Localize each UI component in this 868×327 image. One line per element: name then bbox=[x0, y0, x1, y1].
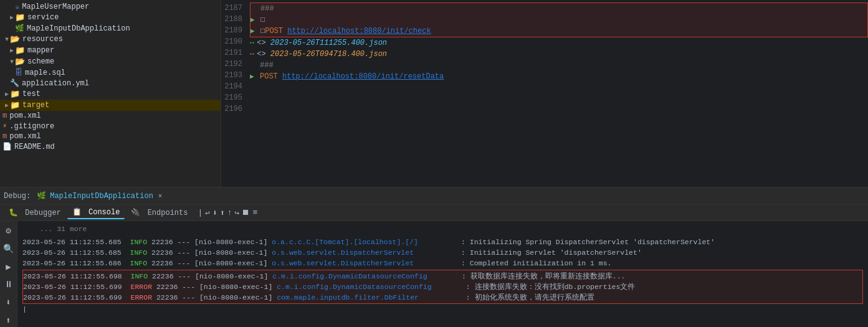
sidebar-down-icon[interactable]: ⬇ bbox=[4, 295, 12, 310]
tree-item-pom-xml-2[interactable]: m pom.xml bbox=[0, 131, 221, 141]
log-pid: 22236 --- bbox=[156, 282, 199, 292]
toolbar-step-btn[interactable]: ↑ bbox=[227, 208, 232, 217]
tree-item-label: target bbox=[22, 101, 49, 110]
tree-item-label: scheme bbox=[27, 57, 54, 66]
tree-item-maple-sql[interactable]: 🗄 maple.sql bbox=[0, 67, 221, 78]
log-class: c.m.i.config.DynamicDatasourceConfig bbox=[277, 282, 466, 292]
xml-file-icon: m bbox=[2, 132, 7, 141]
toolbar-stop-btn[interactable]: ⏹ bbox=[242, 208, 250, 217]
code-line-2189: ▶ □ bbox=[250, 14, 868, 26]
log-thread: [nio-8080-exec-1] bbox=[194, 237, 272, 247]
run-arrow-icon[interactable]: ▶ bbox=[250, 71, 257, 82]
debug-left-sidebar: ⚙ 🔍 ▶ ⏸ ⬇ ⬆ ↑ ≡ bbox=[0, 221, 17, 327]
folder-icon: 📁 bbox=[10, 100, 20, 110]
log-timestamp: 2023-05-26 11:12:55.685 bbox=[22, 237, 130, 247]
tree-item-application-yml[interactable]: 🔧 application.yml bbox=[0, 78, 221, 88]
xml-file-icon: m bbox=[2, 111, 7, 120]
log-message: : 初始化系统失败，请先进行系统配置 bbox=[466, 292, 594, 303]
log-level-error: ERROR bbox=[131, 292, 156, 303]
log-timestamp: 2023-05-26 11:12:55.699 bbox=[23, 282, 131, 292]
toolbar-restart-btn[interactable]: ↩ bbox=[205, 208, 210, 218]
toolbar-down-btn[interactable]: ⬇ bbox=[212, 208, 217, 218]
http-url[interactable]: http://localhost:8080/init/check bbox=[287, 26, 431, 37]
debugger-icon: 🐛 bbox=[9, 209, 18, 217]
toolbar-separator: | bbox=[198, 208, 203, 217]
sidebar-up-icon[interactable]: ⬆ bbox=[4, 313, 12, 327]
run-arrow-icon[interactable]: ▶ bbox=[250, 14, 258, 26]
folder-icon: 📂 bbox=[15, 57, 25, 67]
log-level-info: INFO bbox=[131, 271, 153, 282]
tree-item-pom-xml-1[interactable]: m pom.xml bbox=[0, 111, 221, 121]
line-numbers: 2187 2188 2189 2190 2191 2192 2193 2194 … bbox=[221, 2, 247, 184]
tab-console[interactable]: 📋 Console bbox=[67, 206, 125, 219]
diff-filename-orange: 2023-05-26T094718.400.json bbox=[270, 49, 387, 60]
log-thread: [nio-8080-exec-1] bbox=[199, 292, 277, 303]
sidebar-search-icon[interactable]: 🔍 bbox=[1, 242, 16, 256]
tree-item-label: .gitignore bbox=[9, 122, 54, 131]
diamond-icon: <> bbox=[257, 49, 270, 60]
console-error-line-1: 2023-05-26 11:12:55.698 INFO 22236 --- [… bbox=[23, 271, 862, 282]
sidebar-play-icon[interactable]: ▶ bbox=[4, 260, 12, 274]
tab-debugger[interactable]: 🐛 Debugger bbox=[4, 207, 66, 219]
tree-item-label: README.md bbox=[14, 143, 55, 151]
tree-item-label: resources bbox=[22, 35, 63, 44]
run-arrow-icon[interactable]: ▶ bbox=[250, 26, 258, 37]
code-line-2196: ▶ POST http://localhost:8080/init/resetD… bbox=[250, 71, 868, 82]
cursor-indicator: | bbox=[22, 304, 27, 315]
debug-close-button[interactable]: × bbox=[158, 192, 163, 200]
code-editor: 2187 2188 2189 2190 2191 2192 2193 2194 … bbox=[221, 0, 868, 187]
code-comment: ### bbox=[260, 3, 274, 14]
folder-icon: 📂 bbox=[10, 34, 20, 44]
chevron-right-icon: ▶ bbox=[10, 47, 14, 54]
tree-item-mapper[interactable]: ▶ 📁 mapper bbox=[0, 45, 221, 56]
tree-item-scheme[interactable]: ▼ 📂 scheme bbox=[0, 56, 221, 67]
log-level-error: ERROR bbox=[131, 282, 156, 292]
log-thread: [nio-8080-exec-1] bbox=[194, 247, 272, 258]
debug-toolbar: | ↩ ⬇ ⬆ ↑ ↪ ⏹ ≡ bbox=[198, 208, 257, 218]
log-message: : Completed initialization in 1 ms. bbox=[461, 258, 612, 268]
console-icon: 📋 bbox=[72, 208, 82, 217]
diff-filename: 2023-05-26T111255.400.json bbox=[270, 37, 387, 49]
http-method: POST bbox=[265, 26, 287, 37]
sidebar-pause-icon[interactable]: ⏸ bbox=[2, 278, 15, 291]
tab-endpoints[interactable]: 🔌 Endpoints bbox=[126, 207, 193, 219]
tree-item-maple-app[interactable]: 🌿 MapleInputDbApplication bbox=[0, 23, 221, 34]
tree-item-label: application.yml bbox=[22, 79, 89, 88]
console-output: ... 31 more 2023-05-26 11:12:55.685 INFO… bbox=[17, 221, 868, 327]
tree-item-target[interactable]: ▶ 📁 target bbox=[0, 100, 221, 111]
tree-item-service[interactable]: ▶ 📁 service bbox=[0, 12, 221, 23]
log-level-info: INFO bbox=[130, 258, 152, 268]
tree-item-label: maple.sql bbox=[25, 69, 65, 77]
http-method: POST bbox=[260, 71, 282, 82]
debug-panel: Debug: 🌿 MapleInputDbApplication × 🐛 Deb… bbox=[0, 187, 868, 327]
chevron-right-icon: ▶ bbox=[5, 102, 9, 109]
log-pid: 22236 --- bbox=[151, 258, 194, 268]
tree-item-gitignore[interactable]: ⚡ .gitignore bbox=[0, 121, 221, 131]
sidebar-gear-icon[interactable]: ⚙ bbox=[4, 224, 12, 238]
md-file-icon: 📄 bbox=[2, 142, 12, 151]
console-more-text: ... 31 more bbox=[22, 224, 863, 234]
log-class: o.s.web.servlet.DispatcherServlet bbox=[272, 247, 461, 258]
tree-item-readme[interactable]: 📄 README.md bbox=[0, 141, 221, 152]
console-error-line-2: 2023-05-26 11:12:55.699 ERROR 22236 --- … bbox=[23, 282, 862, 292]
console-log-line-3: 2023-05-26 11:12:55.686 INFO 22236 --- [… bbox=[22, 258, 863, 268]
yml-file-icon: 🔧 bbox=[10, 78, 19, 88]
toolbar-back-btn[interactable]: ↪ bbox=[235, 208, 240, 218]
sql-file-icon: 🗄 bbox=[15, 68, 22, 77]
toolbar-menu-btn[interactable]: ≡ bbox=[252, 208, 257, 217]
log-timestamp: 2023-05-26 11:12:55.685 bbox=[22, 247, 130, 258]
console-cursor-line: | bbox=[22, 304, 863, 315]
folder-icon: 📁 bbox=[15, 45, 25, 55]
tree-item-maple-user-mapper[interactable]: ☕ MapleUserMapper bbox=[0, 1, 221, 12]
folder-icon: 📁 bbox=[10, 89, 20, 99]
toolbar-up-btn[interactable]: ⬆ bbox=[220, 208, 225, 218]
console-log-line-2: 2023-05-26 11:12:55.685 INFO 22236 --- [… bbox=[22, 247, 863, 258]
folder-icon: 📁 bbox=[15, 12, 25, 22]
http-url[interactable]: http://localhost:8080/init/resetData bbox=[282, 71, 444, 82]
tree-item-test[interactable]: ▶ 📁 test bbox=[0, 88, 221, 100]
log-timestamp: 2023-05-26 11:12:55.698 bbox=[23, 271, 131, 282]
tree-item-resources[interactable]: ▼ 📂 resources bbox=[0, 34, 221, 45]
log-thread: [nio-8080-exec-1] bbox=[199, 282, 277, 292]
console-error-line-3: 2023-05-26 11:12:55.699 ERROR 22236 --- … bbox=[23, 292, 862, 303]
tree-item-label: test bbox=[22, 90, 41, 98]
